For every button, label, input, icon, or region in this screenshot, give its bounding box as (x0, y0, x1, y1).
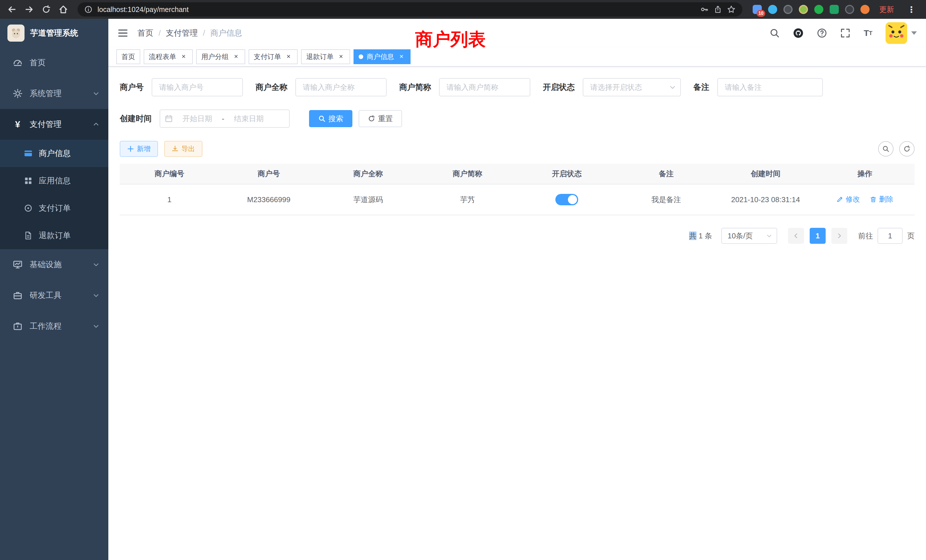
sidebar-item-refund-order[interactable]: 退款订单 (0, 222, 108, 249)
reload-icon[interactable] (39, 2, 54, 17)
col-header-create-time: 创建时间 (716, 163, 816, 184)
search-icon[interactable] (770, 28, 780, 38)
tab-pay-order[interactable]: 支付订单 × (249, 49, 298, 64)
col-header-short-name: 商户简称 (418, 163, 517, 184)
search-button[interactable]: 搜索 (309, 110, 353, 127)
remark-input[interactable] (717, 78, 823, 96)
page-size-select[interactable]: 10条/页 (721, 228, 777, 244)
sidebar: 芋道管理系统 首页 系统管理 ¥ 支付管理 (0, 19, 108, 560)
add-button-label: 新增 (137, 144, 151, 153)
close-icon[interactable]: × (180, 53, 188, 61)
refresh-icon[interactable] (899, 141, 915, 157)
tab-label: 首页 (121, 52, 135, 61)
sidebar-item-pay-order[interactable]: 支付订单 (0, 194, 108, 222)
bookmark-star-icon[interactable] (727, 5, 735, 14)
extension-pin-icon[interactable] (845, 5, 854, 14)
share-icon[interactable] (714, 5, 722, 14)
edit-link-label: 修改 (846, 194, 860, 204)
sidebar-item-label: 退款订单 (39, 230, 71, 241)
key-icon[interactable] (700, 5, 709, 14)
toggle-search-icon[interactable] (878, 141, 894, 157)
github-icon[interactable] (793, 28, 804, 38)
font-size-icon[interactable]: TT (864, 28, 872, 38)
tab-refund-order[interactable]: 退款订单 × (301, 49, 350, 64)
tab-home[interactable]: 首页 (117, 49, 140, 64)
tab-merchant-info[interactable]: 商户信息 × (354, 49, 410, 64)
field-label: 商户号 (120, 82, 144, 93)
cell-actions: 修改 删除 (816, 184, 915, 215)
end-date-input[interactable] (227, 114, 271, 123)
calendar-icon (165, 115, 173, 123)
browser-update-button[interactable]: 更新 (879, 5, 894, 15)
back-icon[interactable] (5, 2, 20, 17)
filter-remark: 备注 (693, 78, 823, 96)
goto-label: 前往 (858, 231, 873, 241)
prev-page-button[interactable] (788, 228, 804, 244)
collapse-sidebar-icon[interactable] (118, 28, 128, 38)
add-button[interactable]: 新增 (120, 141, 158, 157)
extension-green-circle-icon[interactable] (814, 5, 823, 14)
extensions-puzzle-icon[interactable]: 10 (753, 5, 762, 14)
forward-icon[interactable] (22, 2, 36, 17)
full-name-input[interactable] (295, 78, 387, 96)
yen-icon: ¥ (12, 119, 23, 130)
user-avatar[interactable] (885, 22, 917, 44)
close-icon[interactable]: × (398, 53, 406, 61)
filter-full-name: 商户全称 (256, 78, 387, 96)
extension-dark-icon[interactable] (784, 5, 793, 14)
close-icon[interactable]: × (284, 53, 292, 61)
page-number-button[interactable]: 1 (809, 228, 826, 244)
extension-face-icon[interactable] (861, 5, 870, 14)
sidebar-item-payment[interactable]: ¥ 支付管理 (0, 109, 108, 140)
sidebar-item-workflow[interactable]: 工作流程 (0, 311, 108, 342)
sidebar-item-devtools[interactable]: 研发工具 (0, 280, 108, 311)
next-page-button[interactable] (831, 228, 847, 244)
start-date-input[interactable] (175, 114, 219, 123)
info-icon[interactable] (85, 5, 92, 14)
col-header-remark: 备注 (617, 163, 716, 184)
home-icon[interactable] (56, 2, 71, 17)
help-icon[interactable] (817, 28, 827, 38)
breadcrumb-home[interactable]: 首页 (138, 28, 153, 38)
close-icon[interactable]: × (232, 53, 240, 61)
sidebar-item-system[interactable]: 系统管理 (0, 78, 108, 109)
sidebar-item-app-info[interactable]: 应用信息 (0, 167, 108, 194)
extension-drop-icon[interactable] (768, 5, 777, 14)
sidebar-item-home[interactable]: 首页 (0, 47, 108, 78)
delete-link[interactable]: 删除 (870, 194, 893, 204)
goto-page-input[interactable] (878, 228, 903, 244)
avatar-image (885, 22, 907, 44)
chevron-down-icon (669, 84, 676, 90)
tab-label: 流程表单 (149, 52, 176, 61)
sidebar-item-merchant-info[interactable]: 商户信息 (0, 140, 108, 167)
edit-link[interactable]: 修改 (837, 194, 860, 204)
browser-menu-icon[interactable]: ⋮ (905, 5, 918, 15)
tab-user-group[interactable]: 用户分组 × (196, 49, 245, 64)
export-button[interactable]: 导出 (164, 141, 203, 157)
sidebar-logo[interactable]: 芋道管理系统 (0, 19, 108, 47)
page-content: 商户号 商户全称 商户简称 开启状态 请选择开启状态 (108, 67, 926, 560)
col-header-actions: 操作 (816, 163, 915, 184)
merchant-no-input[interactable] (152, 78, 243, 96)
tab-process-form[interactable]: 流程表单 × (144, 49, 193, 64)
status-select[interactable]: 请选择开启状态 (583, 78, 681, 96)
url-bar[interactable]: localhost:1024/pay/merchant (77, 2, 742, 17)
reset-button[interactable]: 重置 (359, 110, 402, 127)
extension-notes-icon[interactable] (830, 5, 839, 14)
close-icon[interactable]: × (337, 53, 345, 61)
sidebar-item-label: 首页 (30, 57, 45, 68)
breadcrumb-payment[interactable]: 支付管理 (166, 28, 198, 38)
screen: localhost:1024/pay/merchant 10 更新 ⋮ (0, 0, 926, 560)
filter-merchant-no: 商户号 (120, 78, 243, 96)
extension-avatar-icon[interactable] (799, 5, 808, 14)
cell-merchant-no: M233666999 (219, 184, 319, 215)
url-text[interactable]: localhost:1024/pay/merchant (97, 5, 695, 14)
date-range-picker[interactable]: - (160, 109, 290, 128)
sidebar-item-infrastructure[interactable]: 基础设施 (0, 249, 108, 280)
short-name-input[interactable] (439, 78, 530, 96)
fullscreen-icon[interactable] (840, 28, 850, 38)
delete-link-label: 删除 (879, 194, 893, 204)
col-header-merchant-no: 商户号 (219, 163, 319, 184)
status-toggle[interactable] (555, 194, 578, 205)
caret-down-icon (911, 31, 917, 35)
